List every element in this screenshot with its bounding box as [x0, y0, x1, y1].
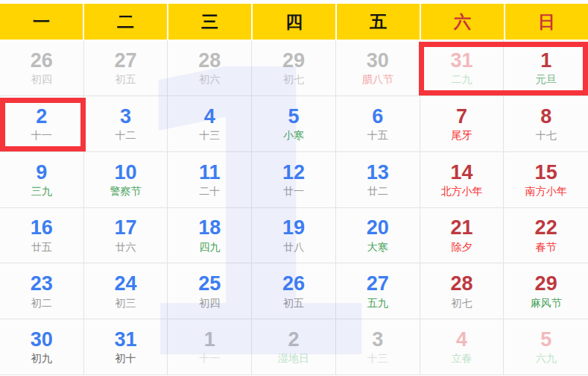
day-number: 19	[282, 217, 305, 238]
day-cell[interactable]: 14北方小年	[420, 152, 505, 208]
day-cell[interactable]: 27五九	[336, 263, 420, 319]
day-number: 22	[535, 217, 557, 238]
lunar-label: 湿地日	[278, 352, 309, 365]
day-cell[interactable]: 29麻风节	[504, 263, 588, 319]
day-cell[interactable]: 3十三	[336, 319, 420, 375]
lunar-label: 初七	[283, 73, 304, 86]
day-cell[interactable]: 28初七	[420, 263, 505, 319]
day-number: 30	[367, 50, 389, 71]
day-number: 2	[36, 106, 47, 127]
day-number: 29	[535, 273, 557, 294]
day-cell[interactable]: 17廿六	[84, 208, 168, 264]
day-cell[interactable]: 30腊八节	[336, 40, 420, 96]
lunar-label: 十五	[367, 129, 388, 142]
day-cell[interactable]: 23初二	[0, 263, 84, 319]
lunar-label: 南方小年	[525, 185, 567, 198]
day-number: 16	[31, 217, 53, 238]
day-number: 3	[120, 106, 131, 127]
day-cell[interactable]: 10警察节	[84, 152, 168, 208]
lunar-label: 四九	[199, 241, 220, 254]
day-number: 27	[367, 273, 389, 294]
lunar-label: 初六	[199, 73, 220, 86]
lunar-label: 初五	[283, 297, 304, 310]
day-cell[interactable]: 15南方小年	[504, 152, 588, 208]
day-cell[interactable]: 7尾牙	[420, 96, 505, 152]
day-cell[interactable]: 30初九	[0, 319, 84, 375]
lunar-label: 廿五	[31, 241, 52, 254]
day-cell[interactable]: 3十二	[84, 96, 168, 152]
day-cell[interactable]: 31初十	[84, 319, 168, 375]
weekday-header-5: 五	[337, 4, 420, 40]
day-number: 12	[282, 162, 305, 183]
weekday-label: 六	[454, 10, 471, 34]
day-cell[interactable]: 6十五	[336, 96, 420, 152]
lunar-label: 十一	[31, 129, 52, 142]
day-number: 18	[198, 217, 221, 238]
day-number: 26	[31, 50, 53, 71]
day-cell[interactable]: 22春节	[504, 208, 588, 264]
day-number: 1	[204, 329, 215, 350]
day-number: 26	[282, 273, 305, 294]
day-number: 31	[450, 50, 472, 71]
day-number: 5	[288, 106, 299, 127]
lunar-label: 麻风节	[531, 297, 562, 310]
day-cell[interactable]: 4立春	[420, 319, 505, 375]
lunar-label: 立春	[451, 352, 472, 365]
day-number: 28	[198, 50, 221, 71]
lunar-label: 初三	[116, 297, 136, 310]
day-cell[interactable]: 25初四	[168, 263, 252, 319]
day-cell[interactable]: 2十一	[0, 96, 84, 152]
day-number: 7	[456, 106, 467, 127]
day-number: 4	[204, 106, 215, 127]
day-cell[interactable]: 8十七	[504, 96, 588, 152]
lunar-label: 廿八	[283, 241, 304, 254]
day-number: 27	[115, 50, 137, 71]
day-number: 3	[372, 329, 383, 350]
day-number: 25	[198, 273, 221, 294]
day-cell[interactable]: 26初四	[0, 40, 84, 96]
day-cell[interactable]: 27初五	[84, 40, 168, 96]
lunar-label: 十三	[367, 352, 388, 365]
day-number: 21	[450, 217, 472, 238]
day-cell[interactable]: 16廿五	[0, 208, 84, 264]
calendar: 一二三四五六日 26初四27初五28初六29初七30腊八节31二九1元旦2十一3…	[0, 0, 588, 376]
day-cell[interactable]: 20大寒	[336, 208, 420, 264]
calendar-grid: 26初四27初五28初六29初七30腊八节31二九1元旦2十一3十二4十三5小寒…	[0, 40, 588, 375]
day-cell[interactable]: 24初三	[84, 263, 168, 319]
lunar-label: 十二	[116, 129, 136, 142]
day-cell[interactable]: 11二十	[168, 152, 252, 208]
day-cell[interactable]: 28初六	[168, 40, 252, 96]
day-cell[interactable]: 21除夕	[420, 208, 505, 264]
lunar-label: 二九	[451, 73, 472, 86]
day-number: 17	[115, 217, 137, 238]
weekday-header-7: 日	[505, 4, 588, 40]
day-number: 8	[540, 106, 551, 127]
weekday-label: 四	[285, 10, 303, 34]
day-cell[interactable]: 29初七	[252, 40, 336, 96]
lunar-label: 尾牙	[451, 129, 472, 142]
weekday-header-4: 四	[253, 4, 335, 40]
day-cell[interactable]: 9三九	[0, 152, 84, 208]
day-cell[interactable]: 5六九	[504, 319, 588, 375]
day-number: 30	[31, 329, 53, 350]
day-cell[interactable]: 12廿一	[252, 152, 336, 208]
day-cell[interactable]: 5小寒	[252, 96, 336, 152]
weekday-header-6: 六	[421, 4, 504, 40]
day-cell[interactable]: 31二九	[420, 40, 505, 96]
day-cell[interactable]: 2湿地日	[252, 319, 336, 375]
lunar-label: 除夕	[451, 241, 472, 254]
lunar-label: 廿二	[367, 185, 388, 198]
day-number: 13	[367, 162, 389, 183]
day-cell[interactable]: 4十三	[168, 96, 252, 152]
day-cell[interactable]: 13廿二	[336, 152, 420, 208]
day-number: 28	[450, 273, 472, 294]
lunar-label: 二十	[199, 185, 220, 198]
day-cell[interactable]: 1十一	[168, 319, 252, 375]
lunar-label: 春节	[536, 241, 557, 254]
day-cell[interactable]: 1元旦	[504, 40, 588, 96]
day-cell[interactable]: 26初五	[252, 263, 336, 319]
day-cell[interactable]: 18四九	[168, 208, 252, 264]
day-cell[interactable]: 19廿八	[252, 208, 336, 264]
weekday-label: 日	[538, 10, 555, 34]
lunar-label: 初五	[116, 73, 136, 86]
